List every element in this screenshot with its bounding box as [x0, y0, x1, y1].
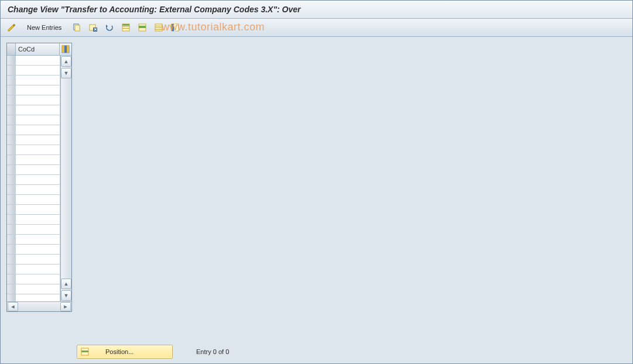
svg-rect-13 [155, 29, 162, 30]
cocd-cell[interactable] [16, 265, 60, 274]
scroll-track[interactable] [61, 79, 71, 278]
row-selector[interactable] [7, 175, 16, 185]
cocd-input[interactable] [16, 245, 62, 254]
scroll-up-button-bottom[interactable]: ▲ [61, 279, 71, 289]
cocd-input[interactable] [16, 135, 62, 145]
row-selector[interactable] [7, 155, 16, 165]
row-selector[interactable] [7, 95, 16, 105]
row-selector[interactable] [7, 284, 16, 294]
row-selector[interactable] [7, 165, 16, 175]
cocd-cell[interactable] [16, 115, 60, 125]
vertical-scrollbar[interactable]: ▲ ▼ ▲ ▼ [60, 56, 71, 301]
table-settings-button[interactable] [60, 43, 71, 55]
cocd-input[interactable] [16, 56, 62, 65]
row-selector[interactable] [7, 225, 16, 235]
row-selector[interactable] [7, 265, 16, 274]
cocd-input[interactable] [16, 125, 62, 135]
cocd-cell[interactable] [16, 175, 60, 185]
cocd-cell[interactable] [16, 274, 60, 284]
cocd-cell[interactable] [16, 195, 60, 205]
cocd-cell[interactable] [16, 235, 60, 245]
svg-rect-7 [122, 28, 129, 29]
scroll-down-button[interactable]: ▼ [61, 290, 71, 301]
row-selector[interactable] [7, 294, 16, 301]
cocd-input[interactable] [16, 235, 62, 244]
cocd-input[interactable] [16, 105, 62, 115]
undo-change-button[interactable] [103, 21, 116, 34]
cocd-cell[interactable] [16, 95, 60, 105]
hscroll-track[interactable] [19, 303, 60, 311]
cocd-cell[interactable] [16, 155, 60, 165]
cocd-cell[interactable] [16, 255, 60, 265]
delete-button[interactable] [87, 21, 100, 34]
cocd-cell[interactable] [16, 75, 60, 85]
cocd-input[interactable] [16, 115, 62, 125]
cocd-input[interactable] [16, 265, 62, 274]
cocd-input[interactable] [16, 175, 62, 184]
row-selector[interactable] [7, 145, 16, 155]
cocd-cell[interactable] [16, 56, 60, 66]
cocd-cell[interactable] [16, 215, 60, 225]
cocd-cell[interactable] [16, 135, 60, 145]
cocd-cell[interactable] [16, 66, 60, 75]
select-all-button[interactable] [119, 21, 132, 34]
cocd-cell[interactable] [16, 284, 60, 294]
toggle-display-change-button[interactable] [5, 21, 18, 34]
new-entries-button[interactable]: New Entries [22, 20, 67, 35]
row-selector[interactable] [7, 255, 16, 265]
scroll-right-button[interactable]: ► [60, 302, 71, 311]
cocd-input[interactable] [16, 85, 62, 95]
row-selector[interactable] [7, 235, 16, 245]
cocd-cell[interactable] [16, 145, 60, 155]
cocd-cell[interactable] [16, 85, 60, 95]
print-button[interactable] [169, 21, 182, 34]
cocd-input[interactable] [16, 215, 62, 224]
scroll-down-button-top[interactable]: ▼ [61, 68, 71, 78]
cocd-input[interactable] [16, 95, 62, 105]
row-selector[interactable] [7, 245, 16, 255]
row-selector[interactable] [7, 56, 16, 66]
row-selector[interactable] [7, 75, 16, 85]
scroll-left-button[interactable]: ◄ [8, 302, 18, 311]
cocd-input[interactable] [16, 294, 62, 301]
cocd-input[interactable] [16, 165, 62, 174]
column-header-cocd[interactable]: CoCd [16, 43, 60, 55]
scroll-up-button[interactable]: ▲ [61, 56, 71, 67]
cocd-cell[interactable] [16, 205, 60, 215]
cocd-input[interactable] [16, 75, 62, 85]
cocd-input[interactable] [16, 205, 62, 214]
copy-as-button[interactable] [70, 21, 83, 34]
cocd-cell[interactable] [16, 165, 60, 175]
row-selector[interactable] [7, 85, 16, 95]
row-selector[interactable] [7, 215, 16, 225]
row-selector[interactable] [7, 185, 16, 195]
row-selector[interactable] [7, 105, 16, 115]
deselect-all-button[interactable] [152, 21, 165, 34]
cocd-input[interactable] [16, 195, 62, 204]
row-selector[interactable] [7, 125, 16, 135]
cocd-cell[interactable] [16, 294, 60, 301]
select-block-button[interactable] [136, 21, 149, 34]
row-selector[interactable] [7, 205, 16, 215]
cocd-cell[interactable] [16, 125, 60, 135]
position-button[interactable]: Position... [77, 345, 173, 359]
cocd-input[interactable] [16, 284, 62, 294]
cocd-input[interactable] [16, 255, 62, 264]
row-selector[interactable] [7, 115, 16, 125]
row-selector[interactable] [7, 135, 16, 145]
cocd-input[interactable] [16, 155, 62, 164]
table-corner-cell[interactable] [7, 43, 16, 55]
row-selector[interactable] [7, 66, 16, 75]
cocd-cell[interactable] [16, 245, 60, 255]
cocd-cell[interactable] [16, 225, 60, 235]
cocd-input[interactable] [16, 225, 62, 234]
cocd-cell[interactable] [16, 105, 60, 115]
cocd-input[interactable] [16, 274, 62, 284]
row-selector[interactable] [7, 274, 16, 284]
row-selector[interactable] [7, 195, 16, 205]
cocd-input[interactable] [16, 66, 62, 75]
cocd-cell[interactable] [16, 185, 60, 195]
cocd-input[interactable] [16, 185, 62, 194]
cocd-input[interactable] [16, 145, 62, 154]
horizontal-scrollbar[interactable]: ◄ ► [7, 301, 71, 311]
